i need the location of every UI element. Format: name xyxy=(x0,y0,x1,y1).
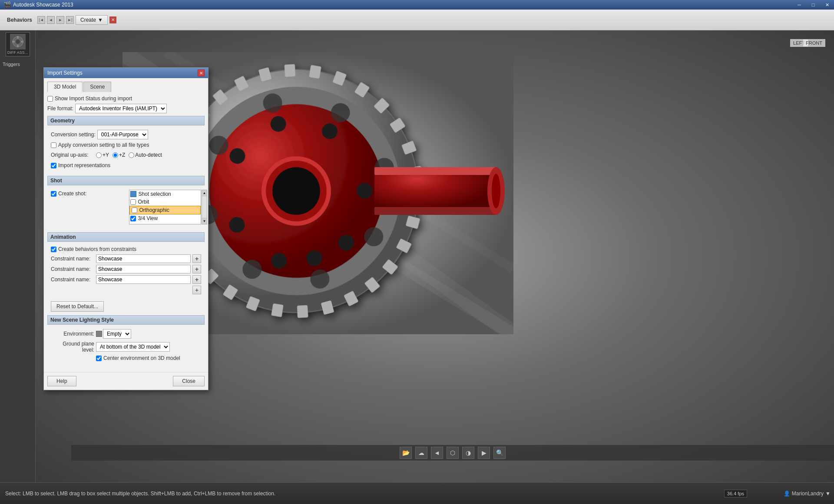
model-button[interactable]: ⬡ xyxy=(447,447,459,459)
maximize-button[interactable]: □ xyxy=(806,0,820,10)
constraint-row-0: Constraint name: + xyxy=(51,254,201,263)
user-dropdown-icon[interactable]: ▼ xyxy=(825,491,831,497)
apply-all-checkbox[interactable] xyxy=(51,142,56,148)
center-env-row: Center environment on 3D model xyxy=(96,355,201,361)
svg-rect-65 xyxy=(374,207,496,215)
env-color-box xyxy=(96,331,102,337)
ground-plane-label: Ground plane level: xyxy=(51,341,94,353)
constraint-label-1: Constraint name: xyxy=(51,266,94,272)
zoom-button[interactable]: 🔍 xyxy=(493,447,506,459)
shot-item-orthographic[interactable]: Orthographic xyxy=(129,206,201,214)
create-behaviors-row: Create behaviors from constraints xyxy=(51,246,201,252)
svg-rect-2 xyxy=(17,36,19,39)
bottom-toolbar: 📂 ☁ ◄ ⬡ ◑ ▶ 🔍 xyxy=(71,445,834,461)
constraint-input-0[interactable] xyxy=(96,254,191,263)
constraint-input-2[interactable] xyxy=(96,275,191,284)
center-env-checkbox[interactable] xyxy=(96,356,102,361)
tab-3d-model[interactable]: 3D Model xyxy=(47,82,83,92)
import-rep-row: Import representations xyxy=(51,162,201,168)
constraint-btn-0[interactable]: + xyxy=(192,254,201,263)
file-format-select[interactable]: Autodesk Inventor Files (IAM,IPT) xyxy=(75,104,167,113)
radio-plus-z[interactable]: +Z xyxy=(113,152,125,158)
open-button[interactable]: 📂 xyxy=(400,447,412,459)
shot-selection-label: Shot selection xyxy=(138,191,171,197)
create-behaviors-checkbox[interactable] xyxy=(51,247,56,252)
triggers-label: Triggers xyxy=(0,58,35,69)
nav-fwd-button[interactable]: ► xyxy=(56,16,64,24)
help-button[interactable]: Help xyxy=(47,376,76,386)
svg-rect-15 xyxy=(309,65,321,79)
up-axis-row: Original up-axis: +Y +Z Auto-detect xyxy=(51,150,201,160)
import-dialog: Import Settings ✕ 3D Model Scene Show Im… xyxy=(43,67,208,390)
cloud-button[interactable]: ☁ xyxy=(415,447,427,459)
dialog-footer: Help Close xyxy=(44,372,208,390)
nav-end-button[interactable]: ►| xyxy=(66,16,74,24)
environment-wrapper: Empty xyxy=(103,329,201,339)
file-format-label: File format: xyxy=(47,105,73,112)
show-import-checkbox[interactable] xyxy=(47,96,53,102)
file-format-wrapper: Autodesk Inventor Files (IAM,IPT) xyxy=(75,104,205,113)
create-shot-checkbox[interactable] xyxy=(51,191,56,197)
svg-rect-5 xyxy=(21,41,23,43)
constraint-row-1: Constraint name: + xyxy=(51,265,201,273)
shot-item-orbit[interactable]: Orbit xyxy=(129,198,201,206)
title-bar: 🎬 Autodesk Showcase 2013 ─ □ ✕ xyxy=(0,0,834,10)
lighting-header: New Scene Lighting Style xyxy=(47,315,205,325)
dialog-close-button[interactable]: Close xyxy=(173,376,205,386)
geometry-content: Conversion setting: 001-All-Purpose Appl… xyxy=(47,128,205,172)
dialog-close-x[interactable]: ✕ xyxy=(198,69,205,76)
reset-button[interactable]: Reset to Default... xyxy=(51,301,104,312)
user-icon: 👤 xyxy=(784,491,790,497)
import-rep-checkbox[interactable] xyxy=(51,163,56,168)
constraint-input-1[interactable] xyxy=(96,265,191,273)
constraint-btn-1[interactable]: + xyxy=(192,265,201,273)
conversion-select[interactable]: 001-All-Purpose xyxy=(97,130,148,139)
environment-label: Environment: xyxy=(51,331,94,337)
close-button[interactable]: ✕ xyxy=(820,0,834,10)
shot-item-3-4-view[interactable]: 3/4 View xyxy=(129,214,201,222)
minimize-button[interactable]: ─ xyxy=(792,0,806,10)
status-bar: Select: LMB to select. LMB drag to box s… xyxy=(0,482,834,504)
nav-back-button[interactable]: ◄ xyxy=(47,16,55,24)
radio-auto-detect[interactable]: Auto-detect xyxy=(129,152,162,158)
environment-row: Environment: Empty xyxy=(51,329,201,339)
dialog-body: 3D Model Scene Show Import Status during… xyxy=(44,78,208,372)
nav-prev-button[interactable]: |◄ xyxy=(37,16,45,24)
constraint-btn-2[interactable]: + xyxy=(192,275,201,284)
create-button[interactable]: Create ▼ xyxy=(76,15,108,25)
tab-scene[interactable]: Scene xyxy=(83,82,111,92)
lighting-content: Environment: Empty Ground plane level: A… xyxy=(47,327,205,365)
shot-list[interactable]: Shot selection Orbit Orthographic xyxy=(129,190,201,224)
shot-scroll-down[interactable]: ▼ xyxy=(202,218,207,224)
environment-select[interactable]: Empty xyxy=(103,329,131,339)
show-import-row: Show Import Status during import xyxy=(47,96,205,102)
nav-face-front[interactable]: FRONT xyxy=(803,39,825,47)
svg-rect-4 xyxy=(12,41,15,43)
ground-plane-select[interactable]: At bottom of the 3D model xyxy=(96,342,170,352)
play-button[interactable]: ▶ xyxy=(478,447,490,459)
svg-rect-14 xyxy=(285,64,295,77)
add-constraint-button[interactable]: + xyxy=(192,286,201,294)
nav-cube[interactable]: LEFT FRONT xyxy=(791,39,825,65)
radio-plus-y[interactable]: +Y xyxy=(96,152,109,158)
dialog-title: Import Settings xyxy=(47,70,83,76)
shot-scroll-up[interactable]: ▲ xyxy=(202,190,207,196)
fps-badge: 36.4 fps xyxy=(724,490,747,497)
svg-point-1 xyxy=(16,40,20,44)
ground-plane-row: Ground plane level: At bottom of the 3D … xyxy=(51,341,201,353)
create-shot-row: Create shot: Shot selection Orbit xyxy=(51,190,201,224)
tab-bar: 3D Model Scene xyxy=(47,82,205,92)
toolbar-close-button[interactable]: ✕ xyxy=(109,16,116,23)
orbit-label: Orbit xyxy=(138,199,149,205)
3-4-view-label: 3/4 View xyxy=(138,215,158,221)
back-button[interactable]: ◄ xyxy=(431,447,443,459)
file-format-row: File format: Autodesk Inventor Files (IA… xyxy=(47,104,205,113)
show-import-label: Show Import Status during import xyxy=(55,96,132,102)
geometry-header: Geometry xyxy=(47,116,205,125)
asset-thumbnail[interactable]: DIFF ASS... xyxy=(6,32,30,56)
apply-all-row: Apply conversion setting to all file typ… xyxy=(51,142,201,148)
shot-item-shot-selection[interactable]: Shot selection xyxy=(129,190,201,198)
create-dropdown-icon: ▼ xyxy=(98,17,103,23)
animation-content: Create behaviors from constraints Constr… xyxy=(47,244,205,296)
display-button[interactable]: ◑ xyxy=(462,447,474,459)
